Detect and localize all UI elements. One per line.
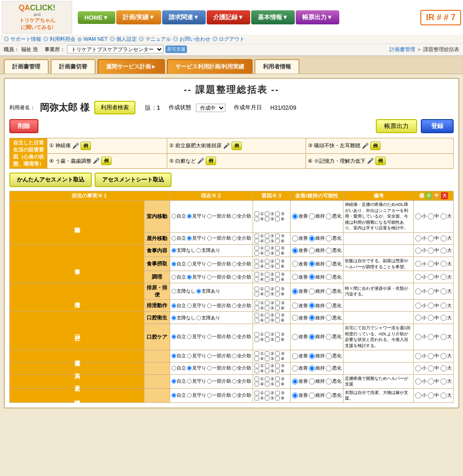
improve-radio-0[interactable] [292, 274, 298, 280]
improve-radio-1[interactable] [309, 261, 315, 267]
cause-checkbox-4[interactable] [254, 382, 259, 386]
current-radio-2[interactable] [207, 236, 212, 241]
cause-checkbox-3[interactable] [275, 301, 280, 305]
improve-radio-0[interactable] [292, 235, 298, 242]
priority-radio-大[interactable] [441, 235, 447, 242]
priority-radio-大[interactable] [441, 334, 447, 340]
priority-radio-小[interactable] [415, 288, 421, 295]
simple-assessment-button[interactable]: かんたんアセスメント取込 [9, 173, 92, 187]
current-radio-2[interactable] [207, 275, 212, 280]
improve-radio-1[interactable] [309, 378, 315, 385]
nav-home-button[interactable]: HOME▼ [78, 11, 115, 24]
nav-plan-button[interactable]: 計画/実績▼ [116, 10, 161, 24]
improve-radio-0[interactable] [292, 378, 298, 385]
improve-radio-1[interactable] [309, 393, 315, 399]
improve-radio-2[interactable] [326, 302, 332, 309]
priority-radio-中[interactable] [428, 288, 434, 295]
current-radio-0[interactable] [172, 236, 176, 241]
current-radio-2[interactable] [207, 393, 212, 398]
mic-icon-2[interactable]: 🎤 [223, 143, 230, 149]
current-radio-1[interactable] [187, 275, 192, 280]
cause-checkbox-1[interactable] [254, 212, 259, 216]
assessment-sheet-button[interactable]: アセスメントシート取込 [95, 173, 172, 187]
current-radio-1[interactable] [187, 334, 192, 339]
cause-checkbox-1[interactable] [254, 287, 259, 291]
cause-checkbox-3[interactable] [275, 212, 280, 216]
cause-checkbox-2[interactable] [265, 212, 269, 216]
current-radio-3[interactable] [232, 354, 237, 358]
current-radio-2[interactable] [207, 379, 212, 384]
cause-checkbox-1[interactable] [254, 391, 259, 395]
cause-checkbox-3[interactable] [275, 377, 280, 381]
current-radio-1[interactable] [187, 236, 192, 241]
current-radio-1[interactable] [187, 262, 192, 266]
current-radio-3[interactable] [232, 393, 237, 398]
improve-radio-2[interactable] [326, 378, 332, 385]
cause-checkbox-2[interactable] [265, 363, 269, 368]
cause-checkbox-1[interactable] [254, 272, 259, 277]
current-radio-1[interactable] [187, 393, 192, 398]
cause-checkbox-6[interactable] [275, 292, 280, 296]
usage-fee-link[interactable]: ◎ 利用料照会 [43, 36, 75, 43]
priority-radio-小[interactable] [415, 365, 421, 371]
priority-radio-大[interactable] [441, 365, 447, 371]
cause-checkbox-3[interactable] [275, 363, 280, 368]
improve-radio-1[interactable] [309, 353, 315, 359]
priority-radio-小[interactable] [415, 274, 421, 280]
improve-radio-0[interactable] [292, 365, 298, 371]
tab-service-plan[interactable]: サービス利用計画/利用実績 [167, 59, 253, 74]
cause-checkbox-6[interactable] [275, 382, 280, 386]
cause-checkbox-4[interactable] [254, 396, 259, 400]
priority-radio-中[interactable] [428, 248, 434, 254]
tab-plan-switch[interactable]: 計画書切替 [51, 59, 96, 74]
improve-radio-2[interactable] [326, 365, 332, 371]
cause-checkbox-3[interactable] [275, 246, 280, 250]
cause-checkbox-6[interactable] [275, 264, 280, 269]
cause-checkbox-5[interactable] [265, 251, 269, 256]
user-search-button[interactable]: 利用者検索 [94, 101, 135, 114]
cause-checkbox-6[interactable] [275, 239, 280, 243]
improve-radio-0[interactable] [292, 302, 298, 309]
cause-checkbox-6[interactable] [275, 251, 280, 256]
current-radio-1[interactable] [187, 303, 192, 308]
improve-radio-1[interactable] [309, 213, 315, 219]
mic-icon-1[interactable]: 🎤 [72, 143, 79, 149]
current-radio-3[interactable] [232, 275, 237, 280]
priority-radio-中[interactable] [428, 274, 434, 280]
cause-checkbox-2[interactable] [265, 313, 269, 317]
current-radio-1[interactable] [187, 379, 192, 384]
cause-checkbox-5[interactable] [265, 277, 269, 282]
priority-radio-大[interactable] [441, 261, 447, 267]
cause-checkbox-1[interactable] [254, 377, 259, 381]
priority-radio-大[interactable] [441, 213, 447, 219]
priority-radio-中[interactable] [428, 261, 434, 267]
improve-radio-2[interactable] [326, 274, 332, 280]
improve-radio-0[interactable] [292, 334, 298, 340]
improve-radio-1[interactable] [309, 334, 315, 340]
cause-checkbox-5[interactable] [265, 382, 269, 386]
priority-radio-中[interactable] [428, 315, 434, 321]
mic-icon-4[interactable]: 🎤 [93, 158, 100, 164]
current-radio-1[interactable] [187, 366, 192, 370]
improve-radio-2[interactable] [326, 393, 332, 399]
current-radio-1[interactable] [187, 214, 192, 219]
cause-checkbox-5[interactable] [265, 217, 269, 221]
improve-radio-1[interactable] [309, 288, 315, 295]
cause-checkbox-4[interactable] [254, 217, 259, 221]
current-radio-0[interactable] [172, 262, 176, 266]
cause-checkbox-2[interactable] [265, 377, 269, 381]
cause-checkbox-2[interactable] [265, 391, 269, 395]
current-radio-0[interactable] [172, 214, 176, 219]
current-radio-0[interactable] [172, 316, 176, 320]
cause-checkbox-5[interactable] [265, 264, 269, 269]
delete-button[interactable]: 削除 [9, 119, 38, 133]
cause-checkbox-4[interactable] [254, 306, 259, 310]
current-radio-0[interactable] [172, 303, 176, 308]
priority-radio-大[interactable] [441, 378, 447, 385]
priority-radio-中[interactable] [428, 353, 434, 359]
tab-user-info[interactable]: 利用者情報 [254, 59, 299, 74]
current-radio-0[interactable] [172, 334, 176, 339]
example-button-5[interactable]: 例 [206, 157, 216, 165]
cause-checkbox-4[interactable] [254, 318, 259, 323]
priority-radio-中[interactable] [428, 213, 434, 219]
